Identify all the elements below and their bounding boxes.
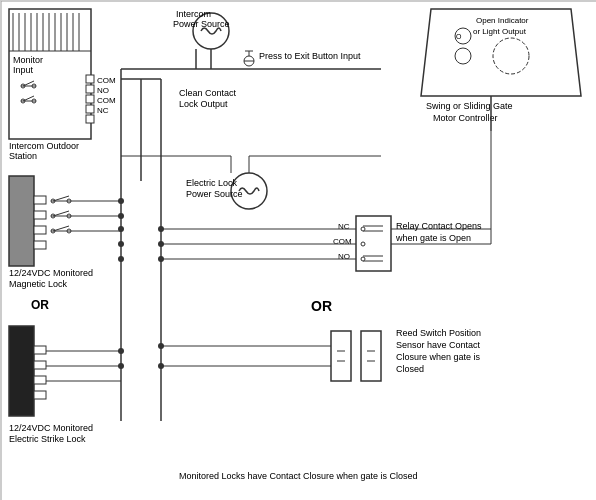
svg-point-140: [118, 198, 124, 204]
svg-text:Press to Exit Button Input: Press to Exit Button Input: [259, 51, 361, 61]
svg-text:Open Indicator: Open Indicator: [476, 16, 529, 25]
svg-text:Power Source: Power Source: [186, 189, 243, 199]
svg-text:Electric Lock: Electric Lock: [186, 178, 238, 188]
svg-text:NO: NO: [97, 86, 109, 95]
svg-point-143: [118, 241, 124, 247]
svg-text:Input: Input: [13, 65, 34, 75]
svg-point-81: [361, 257, 365, 261]
svg-text:Relay Contact Opens: Relay Contact Opens: [396, 221, 482, 231]
svg-text:Electric Strike Lock: Electric Strike Lock: [9, 434, 86, 444]
svg-rect-107: [34, 196, 46, 204]
svg-rect-26: [86, 115, 94, 123]
svg-rect-130: [34, 346, 46, 354]
svg-text:Closure when gate is: Closure when gate is: [396, 352, 481, 362]
svg-rect-95: [361, 331, 381, 381]
svg-text:Station: Station: [9, 151, 37, 161]
svg-text:OR: OR: [311, 298, 332, 314]
svg-point-146: [118, 363, 124, 369]
svg-text:Power Source: Power Source: [173, 19, 230, 29]
svg-text:OR: OR: [31, 298, 49, 312]
svg-point-67: [455, 48, 471, 64]
svg-text:Closed: Closed: [396, 364, 424, 374]
svg-text:when gate is Open: when gate is Open: [395, 233, 471, 243]
svg-rect-129: [9, 326, 34, 416]
svg-rect-23: [86, 85, 94, 93]
svg-point-150: [158, 343, 164, 349]
svg-rect-25: [86, 105, 94, 113]
svg-rect-24: [86, 95, 94, 103]
svg-rect-109: [34, 226, 46, 234]
svg-point-80: [361, 242, 365, 246]
svg-text:O: O: [456, 33, 462, 40]
svg-point-148: [158, 241, 164, 247]
svg-text:Intercom Outdoor: Intercom Outdoor: [9, 141, 79, 151]
svg-text:Intercom: Intercom: [176, 9, 211, 19]
svg-text:Lock Output: Lock Output: [179, 99, 228, 109]
svg-point-145: [118, 348, 124, 354]
svg-point-149: [158, 256, 164, 262]
svg-rect-131: [34, 361, 46, 369]
svg-point-147: [158, 226, 164, 232]
svg-text:12/24VDC Monitored: 12/24VDC Monitored: [9, 268, 93, 278]
svg-text:COM: COM: [333, 237, 352, 246]
svg-text:Clean Contact: Clean Contact: [179, 88, 237, 98]
svg-text:12/24VDC Monitored: 12/24VDC Monitored: [9, 423, 93, 433]
svg-point-151: [158, 363, 164, 369]
svg-point-144: [118, 256, 124, 262]
svg-point-79: [361, 227, 365, 231]
svg-text:COM: COM: [97, 76, 116, 85]
svg-point-142: [118, 226, 124, 232]
svg-rect-132: [34, 376, 46, 384]
svg-text:Monitor: Monitor: [13, 55, 43, 65]
svg-text:Sensor have Contact: Sensor have Contact: [396, 340, 481, 350]
svg-text:NC: NC: [338, 222, 350, 231]
svg-text:Monitored Locks have Contact C: Monitored Locks have Contact Closure whe…: [179, 471, 418, 481]
svg-rect-94: [331, 331, 351, 381]
svg-rect-110: [34, 241, 46, 249]
svg-rect-133: [34, 391, 46, 399]
svg-text:NO: NO: [338, 252, 350, 261]
svg-text:COM: COM: [97, 96, 116, 105]
svg-rect-22: [86, 75, 94, 83]
svg-rect-108: [34, 211, 46, 219]
svg-text:Reed Switch Position: Reed Switch Position: [396, 328, 481, 338]
svg-text:Magnetic Lock: Magnetic Lock: [9, 279, 68, 289]
svg-text:or Light Output: or Light Output: [473, 27, 527, 36]
svg-text:Swing or Sliding Gate: Swing or Sliding Gate: [426, 101, 513, 111]
svg-rect-106: [9, 176, 34, 266]
svg-point-141: [118, 213, 124, 219]
svg-point-68: [493, 38, 529, 74]
svg-text:NC: NC: [97, 106, 109, 115]
wiring-diagram: Monitor Input COM NO COM NC Intercom Out…: [0, 0, 596, 500]
svg-text:Motor Controller: Motor Controller: [433, 113, 498, 123]
